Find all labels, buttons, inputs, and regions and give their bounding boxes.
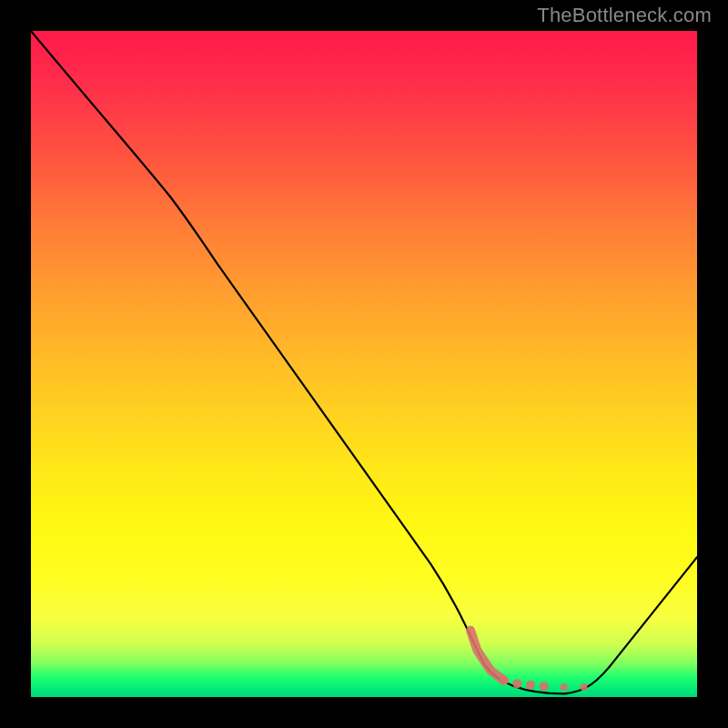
highlighted-segment bbox=[470, 631, 587, 691]
svg-point-0 bbox=[500, 676, 509, 685]
chart-svg-overlay bbox=[31, 31, 697, 697]
main-curve-line bbox=[31, 31, 697, 693]
svg-point-1 bbox=[512, 679, 521, 688]
svg-point-5 bbox=[581, 683, 588, 691]
svg-point-2 bbox=[526, 681, 535, 690]
svg-point-4 bbox=[561, 683, 568, 691]
chart-plot-area bbox=[31, 31, 697, 697]
svg-point-3 bbox=[540, 682, 549, 691]
attribution-text: TheBottleneck.com bbox=[537, 4, 712, 27]
